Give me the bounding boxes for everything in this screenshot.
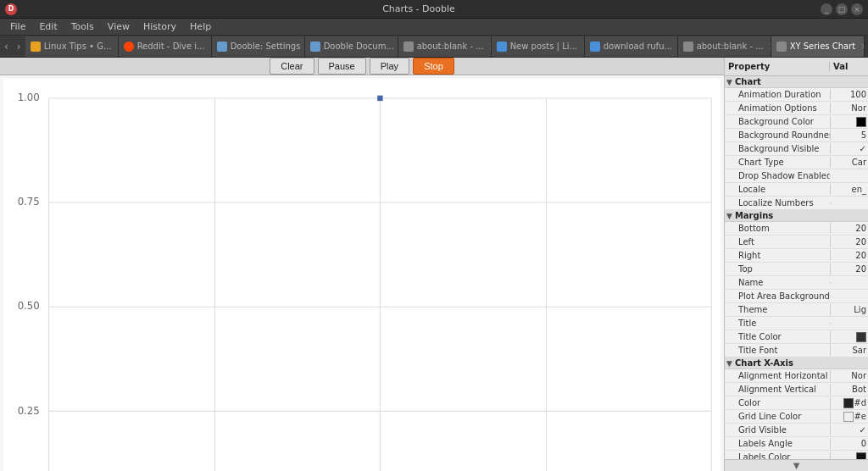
properties-scroll-down[interactable]: ▼ bbox=[725, 459, 868, 471]
chart-canvas: 1.00 0.75 0.50 0.25 0.00 0.00 0.25 0.50 … bbox=[3, 79, 721, 471]
prop-plot-area-bg-visible[interactable]: Plot Area Background Visible bbox=[725, 290, 868, 303]
prop-background-roundness[interactable]: Background Roundness 5 bbox=[725, 129, 868, 142]
prop-margin-bottom[interactable]: Bottom 20 bbox=[725, 222, 868, 236]
section-chart-arrow: ▼ bbox=[726, 78, 732, 86]
prop-title[interactable]: Title bbox=[725, 317, 868, 330]
title-color-swatch bbox=[856, 332, 866, 342]
maximize-button[interactable]: □ bbox=[836, 3, 848, 15]
color-swatch bbox=[843, 398, 854, 408]
section-chart-label: Chart bbox=[735, 77, 761, 86]
app-icon: D bbox=[5, 3, 17, 15]
prop-align-horizontal[interactable]: Alignment Horizontal Nor bbox=[725, 369, 868, 383]
tab-new-posts[interactable]: New posts | Li... × bbox=[492, 36, 585, 57]
menu-edit[interactable]: Edit bbox=[32, 19, 64, 34]
grid-line-color-swatch bbox=[843, 412, 854, 422]
prop-grid-line-color[interactable]: Grid Line Color #e bbox=[725, 410, 868, 424]
pause-button[interactable]: Pause bbox=[318, 58, 366, 75]
main-content: Clear Pause Play Stop 1 bbox=[0, 58, 868, 471]
prop-margin-left[interactable]: Left 20 bbox=[725, 236, 868, 249]
tab-download-rufu[interactable]: download rufu... × bbox=[585, 36, 678, 57]
menu-tools[interactable]: Tools bbox=[64, 19, 101, 34]
tab-nav-back[interactable]: ‹ bbox=[0, 36, 13, 57]
section-margins-arrow: ▼ bbox=[726, 212, 732, 220]
svg-text:0.25: 0.25 bbox=[18, 405, 40, 417]
prop-margin-top[interactable]: Top 20 bbox=[725, 263, 868, 276]
section-margins-label: Margins bbox=[735, 211, 773, 220]
prop-locale[interactable]: Locale en_ bbox=[725, 183, 868, 197]
section-x-axis-arrow: ▼ bbox=[726, 359, 732, 368]
menu-help[interactable]: Help bbox=[183, 19, 218, 34]
labels-color-swatch bbox=[856, 452, 866, 460]
tab-dooble-docs[interactable]: Dooble Docum... × bbox=[305, 36, 398, 57]
prop-background-color[interactable]: Background Color bbox=[725, 115, 868, 129]
properties-panel: Property Val ▼ Chart Animation Duration … bbox=[724, 58, 868, 471]
prop-animation-options[interactable]: Animation Options Nor bbox=[725, 102, 868, 115]
minimize-button[interactable]: _ bbox=[821, 3, 832, 15]
titlebar: D Charts - Dooble _ □ × bbox=[0, 0, 868, 19]
prop-drop-shadow-enabled[interactable]: Drop Shadow Enabled bbox=[725, 169, 868, 183]
prop-title-color[interactable]: Title Color bbox=[725, 330, 868, 344]
value-column-header: Val bbox=[830, 62, 868, 71]
svg-text:1.00: 1.00 bbox=[18, 91, 40, 103]
scroll-down-arrow-icon: ▼ bbox=[793, 461, 800, 470]
tabs-bar: ‹ › Linux Tips • G... × Reddit - Dive i.… bbox=[0, 36, 868, 58]
prop-animation-duration[interactable]: Animation Duration 100 bbox=[725, 88, 868, 102]
prop-color[interactable]: Color #d bbox=[725, 396, 868, 410]
menubar: File Edit Tools View History Help bbox=[0, 19, 868, 36]
section-margins[interactable]: ▼ Margins bbox=[725, 210, 868, 222]
tab-linux-tips[interactable]: Linux Tips • G... × bbox=[25, 36, 119, 57]
prop-chart-type[interactable]: Chart Type Car bbox=[725, 156, 868, 169]
prop-labels-angle[interactable]: Labels Angle 0 bbox=[725, 437, 868, 451]
svg-text:0.75: 0.75 bbox=[18, 196, 40, 208]
prop-grid-visible[interactable]: Grid Visible ✓ bbox=[725, 424, 868, 437]
window-controls[interactable]: _ □ × bbox=[821, 3, 863, 15]
prop-theme[interactable]: Theme Lig bbox=[725, 303, 868, 317]
chart-toolbar: Clear Pause Play Stop bbox=[0, 58, 724, 75]
prop-title-font[interactable]: Title Font Sar bbox=[725, 344, 868, 357]
section-chart-x-axis[interactable]: ▼ Chart X-Axis bbox=[725, 357, 868, 369]
tab-about-blank-2[interactable]: about:blank - ... × bbox=[678, 36, 771, 57]
play-button[interactable]: Play bbox=[370, 58, 409, 75]
tab-close-xy-series-chart[interactable]: × bbox=[860, 42, 864, 51]
menu-view[interactable]: View bbox=[101, 19, 136, 34]
clear-button[interactable]: Clear bbox=[270, 58, 314, 75]
prop-background-visible[interactable]: Background Visible ✓ bbox=[725, 142, 868, 156]
property-column-header: Property bbox=[725, 62, 830, 71]
tab-reddit[interactable]: Reddit - Dive i... × bbox=[119, 36, 212, 57]
section-chart[interactable]: ▼ Chart bbox=[725, 76, 868, 88]
svg-text:0.50: 0.50 bbox=[18, 300, 40, 312]
chart-area: Clear Pause Play Stop 1 bbox=[0, 58, 724, 471]
prop-name[interactable]: Name bbox=[725, 276, 868, 290]
close-button[interactable]: × bbox=[851, 3, 863, 15]
tab-about-blank-1[interactable]: about:blank - ... × bbox=[398, 36, 492, 57]
tab-settings[interactable]: Dooble: Settings × bbox=[212, 36, 305, 57]
section-x-axis-label: Chart X-Axis bbox=[735, 358, 793, 368]
background-color-swatch bbox=[856, 117, 866, 127]
properties-header: Property Val bbox=[725, 58, 868, 76]
window-title: Charts - Dooble bbox=[17, 3, 821, 14]
menu-history[interactable]: History bbox=[136, 19, 183, 34]
properties-body[interactable]: ▼ Chart Animation Duration 100 Animation… bbox=[725, 76, 868, 459]
prop-localize-numbers[interactable]: Localize Numbers bbox=[725, 197, 868, 210]
prop-margin-right[interactable]: Right 20 bbox=[725, 249, 868, 263]
menu-file[interactable]: File bbox=[3, 19, 32, 34]
tab-xy-series-chart[interactable]: XY Series Chart × bbox=[771, 36, 865, 57]
svg-rect-20 bbox=[377, 96, 382, 101]
tab-nav-forward[interactable]: › bbox=[13, 36, 25, 57]
prop-labels-color[interactable]: Labels Color bbox=[725, 451, 868, 459]
prop-align-vertical[interactable]: Alignment Vertical Bot bbox=[725, 383, 868, 396]
stop-button[interactable]: Stop bbox=[413, 58, 454, 75]
